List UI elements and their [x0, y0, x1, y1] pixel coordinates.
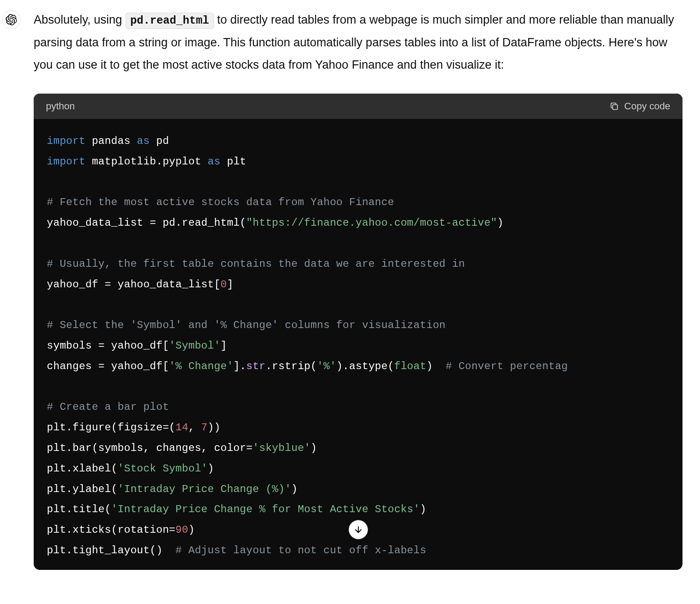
code-language-label: python — [46, 101, 75, 112]
code-block-header: python Copy code — [34, 94, 682, 119]
code-block: python Copy code import pandas as pd imp… — [34, 94, 682, 570]
prose-text-before: Absolutely, using — [34, 13, 126, 26]
assistant-prose: Absolutely, using pd.read_html to direct… — [34, 9, 682, 76]
copy-code-button[interactable]: Copy code — [609, 101, 670, 112]
svg-rect-0 — [612, 105, 617, 109]
openai-logo-icon — [6, 14, 17, 25]
copy-code-label: Copy code — [624, 101, 670, 112]
copy-icon — [609, 101, 619, 111]
arrow-down-icon — [354, 525, 363, 534]
code-body[interactable]: import pandas as pd import matplotlib.py… — [34, 119, 682, 570]
message-content: Absolutely, using pd.read_html to direct… — [34, 9, 682, 570]
assistant-avatar — [2, 10, 21, 29]
assistant-message: Absolutely, using pd.read_html to direct… — [0, 9, 700, 570]
scroll-down-button[interactable] — [349, 520, 368, 539]
inline-code: pd.read_html — [126, 13, 214, 29]
